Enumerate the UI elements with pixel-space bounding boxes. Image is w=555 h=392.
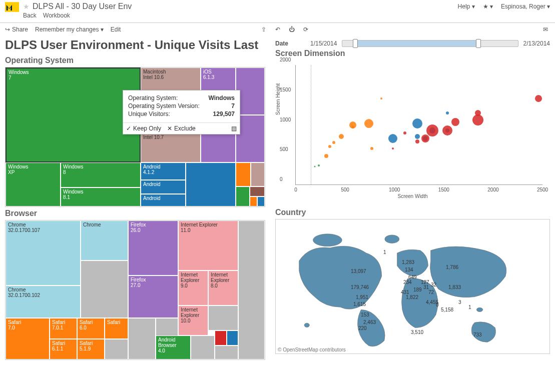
export-icon[interactable]: ⇪ [259, 25, 268, 34]
map-attribution: © OpenStreetMap contributors [278, 347, 346, 352]
remember-changes-menu[interactable]: Remember my changes ▾ [35, 26, 104, 33]
screen-section-title: Screen Dimension [275, 49, 550, 58]
undo-icon[interactable]: ↶ [273, 25, 282, 34]
date-label: Date [275, 40, 305, 47]
os-section-title: Operating System [5, 56, 265, 65]
svg-point-3 [304, 323, 309, 327]
favorite-star-icon[interactable]: ★ [23, 2, 30, 10]
pause-icon[interactable]: ⏻ [287, 25, 296, 34]
refresh-icon[interactable]: ⟳ [301, 25, 310, 34]
subscribe-icon[interactable]: ✉ [541, 25, 550, 34]
browser-section-title: Browser [5, 209, 265, 218]
view-data-icon[interactable]: ▤ [231, 125, 237, 132]
tooltip: Operating System:Windows Operating Syste… [123, 90, 240, 134]
exclude-button[interactable]: ✕ Exclude [167, 125, 196, 132]
back-link[interactable]: Back [23, 12, 37, 19]
workbook-link[interactable]: Workbook [43, 12, 70, 19]
keep-only-button[interactable]: ✓ Keep Only [126, 125, 161, 132]
country-section-title: Country [275, 208, 550, 217]
date-slider-end-handle[interactable] [476, 39, 481, 48]
svg-point-2 [385, 235, 399, 243]
share-button[interactable]: ↪ Share [5, 26, 28, 33]
date-slider[interactable] [342, 40, 518, 47]
svg-point-4 [476, 308, 482, 312]
logo [5, 2, 19, 12]
date-end: 2/13/2014 [523, 40, 550, 47]
page-title: DLPS User Environment - Unique Visits La… [5, 38, 265, 52]
date-slider-start-handle[interactable] [353, 39, 358, 48]
browser-treemap[interactable]: Chrome32.0.1700.107 Chrome Chrome32.0.17… [5, 220, 265, 360]
os-treemap[interactable]: Windows7 WindowsXP Windows8 Windows8.1 M… [5, 67, 265, 207]
world-map-svg [276, 220, 549, 354]
svg-point-1 [313, 234, 342, 246]
country-map[interactable]: 179,74613,0971,9511,6152,4633,5102201531… [275, 219, 550, 354]
user-menu[interactable]: Espinosa, Roger ▾ [501, 3, 550, 10]
global-favorite-icon[interactable]: ★ ▾ [483, 3, 493, 10]
edit-button[interactable]: Edit [111, 26, 121, 33]
x-axis-label: Screen Width [275, 194, 550, 199]
workbook-title: DLPS All - 30 Day User Env [33, 2, 132, 11]
date-start: 1/15/2014 [310, 40, 337, 47]
screen-scatter[interactable]: Screen Height 05001000150020002500050010… [275, 60, 550, 200]
help-menu[interactable]: Help ▾ [458, 3, 475, 10]
